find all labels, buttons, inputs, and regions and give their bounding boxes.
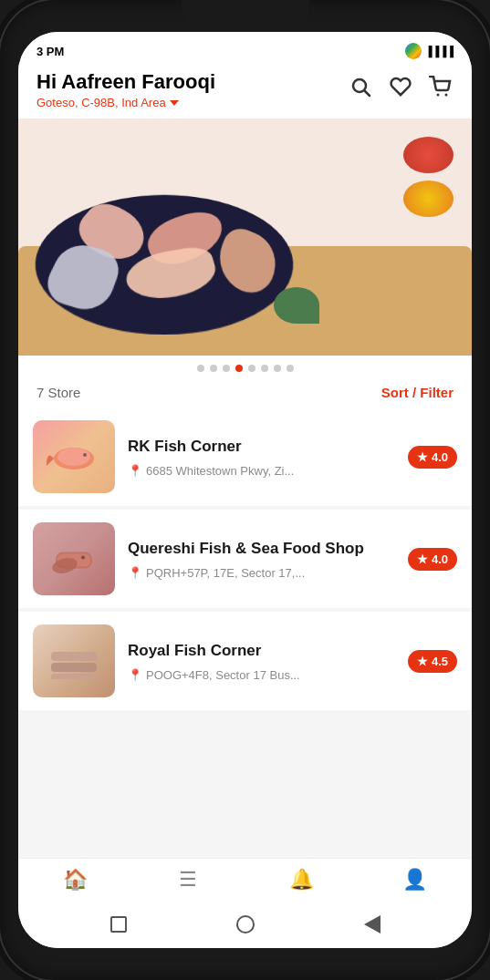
store-address-3: POOG+4F8, Sector 17 Bus...	[146, 668, 300, 682]
svg-point-6	[83, 453, 87, 457]
status-time: 3 PM	[36, 45, 64, 58]
store-address-row-2: 📍 PQRH+57P, 17E, Sector 17,...	[128, 566, 395, 580]
phone-notch	[182, 0, 309, 26]
nav-profile[interactable]: 👤	[388, 868, 443, 892]
nav-orders[interactable]: ☰	[161, 868, 215, 892]
store-count-label: 7 Store	[36, 385, 80, 400]
nav-home[interactable]: 🏠	[47, 868, 102, 892]
svg-rect-12	[51, 663, 97, 672]
phone-frame: 3 PM ▐▐▐▐ Hi Aafreen Farooqi Goteso, C-9…	[0, 0, 490, 980]
pin-icon-3: 📍	[128, 668, 142, 682]
rating-badge-3: ★ 4.5	[408, 650, 457, 673]
rating-badge-1: ★ 4.0	[408, 446, 457, 469]
status-icons: ▐▐▐▐	[405, 43, 454, 59]
spice-container	[403, 137, 454, 217]
store-address-2: PQRH+57P, 17E, Sector 17,...	[146, 566, 305, 580]
store-image-3	[33, 624, 115, 697]
wishlist-button[interactable]	[388, 74, 413, 99]
status-bar: 3 PM ▐▐▐▐	[18, 32, 472, 65]
svg-point-2	[437, 94, 440, 97]
bottom-navigation: 🏠 ☰ 🔔 👤	[18, 858, 472, 904]
store-item-rk-fish[interactable]: RK Fish Corner 📍 6685 Whitestown Pkwy, Z…	[18, 407, 472, 506]
store-name-1: RK Fish Corner	[128, 437, 395, 457]
rating-badge-2: ★ 4.0	[408, 548, 457, 571]
dot-4-active[interactable]	[235, 365, 243, 372]
promo-banner[interactable]	[18, 119, 472, 356]
dot-1[interactable]	[197, 365, 204, 372]
fish-image-svg-1	[47, 438, 101, 475]
maps-icon	[405, 43, 422, 59]
back-icon	[364, 915, 381, 934]
network-indicator: ▐▐▐▐	[425, 46, 454, 57]
store-item-quereshi-fish[interactable]: Quereshi Fish & Sea Food Shop 📍 PQRH+57P…	[18, 510, 472, 608]
svg-rect-13	[51, 674, 97, 679]
svg-line-1	[365, 91, 370, 97]
store-list: RK Fish Corner 📍 6685 Whitestown Pkwy, Z…	[18, 407, 472, 858]
store-address-row-3: 📍 POOG+4F8, Sector 17 Bus...	[128, 668, 395, 682]
location-dropdown-arrow	[170, 100, 179, 106]
location-text: Goteso, C-98B, Ind Area	[36, 96, 166, 109]
store-bar: 7 Store Sort / Filter	[18, 377, 472, 407]
store-thumb-1	[33, 420, 115, 493]
store-info-1: RK Fish Corner 📍 6685 Whitestown Pkwy, Z…	[128, 437, 395, 478]
banner-dots	[18, 356, 472, 377]
red-spice-bowl	[403, 137, 454, 173]
dot-6[interactable]	[261, 365, 268, 372]
orders-icon: ☰	[179, 868, 197, 892]
nav-notifications[interactable]: 🔔	[275, 868, 329, 892]
back-button[interactable]	[360, 912, 385, 937]
dot-5[interactable]	[248, 365, 255, 372]
home-button[interactable]	[233, 912, 258, 937]
store-info-3: Royal Fish Corner 📍 POOG+4F8, Sector 17 …	[128, 641, 395, 682]
yellow-spice-bowl	[403, 181, 454, 217]
store-thumb-3	[33, 624, 115, 697]
store-item-royal-fish[interactable]: Royal Fish Corner 📍 POOG+4F8, Sector 17 …	[18, 612, 472, 710]
fish-image-svg-3	[47, 643, 101, 679]
app-header: Hi Aafreen Farooqi Goteso, C-98B, Ind Ar…	[18, 65, 472, 119]
store-address-row-1: 📍 6685 Whitestown Pkwy, Zi...	[128, 464, 395, 478]
store-thumb-2	[33, 522, 115, 595]
store-image-2	[33, 522, 115, 595]
greeting-text: Hi Aafreen Farooqi	[36, 70, 215, 94]
location-row[interactable]: Goteso, C-98B, Ind Area	[36, 96, 215, 109]
fish-piece-4	[124, 245, 221, 305]
svg-rect-11	[51, 652, 97, 661]
profile-icon: 👤	[402, 868, 427, 892]
search-button[interactable]	[348, 74, 373, 99]
svg-point-9	[81, 556, 85, 560]
recents-icon	[110, 916, 127, 933]
store-info-2: Quereshi Fish & Sea Food Shop 📍 PQRH+57P…	[128, 539, 395, 580]
home-icon-sys	[236, 915, 255, 934]
herb-decoration	[274, 287, 319, 324]
banner-scene	[18, 119, 472, 356]
android-system-bar	[18, 904, 472, 948]
store-address-1: 6685 Whitestown Pkwy, Zi...	[146, 464, 294, 478]
store-name-3: Royal Fish Corner	[128, 641, 395, 661]
header-icons	[348, 74, 454, 99]
header-left: Hi Aafreen Farooqi Goteso, C-98B, Ind Ar…	[36, 70, 215, 109]
svg-point-5	[57, 448, 90, 466]
fish-image-svg-2	[47, 539, 101, 580]
store-image-1	[33, 420, 115, 493]
dot-8[interactable]	[287, 365, 294, 372]
dot-2[interactable]	[210, 365, 217, 372]
home-icon: 🏠	[63, 868, 88, 892]
fish-piece-5	[210, 224, 282, 302]
cart-button[interactable]	[428, 74, 454, 99]
dot-7[interactable]	[274, 365, 281, 372]
pin-icon-1: 📍	[128, 464, 142, 478]
sort-filter-button[interactable]: Sort / Filter	[381, 385, 454, 400]
pin-icon-2: 📍	[128, 566, 142, 580]
phone-screen: 3 PM ▐▐▐▐ Hi Aafreen Farooqi Goteso, C-9…	[18, 32, 472, 948]
svg-point-3	[445, 94, 448, 97]
dot-3[interactable]	[223, 365, 230, 372]
recents-button[interactable]	[106, 912, 131, 937]
store-name-2: Quereshi Fish & Sea Food Shop	[128, 539, 395, 559]
bell-icon: 🔔	[289, 868, 314, 892]
